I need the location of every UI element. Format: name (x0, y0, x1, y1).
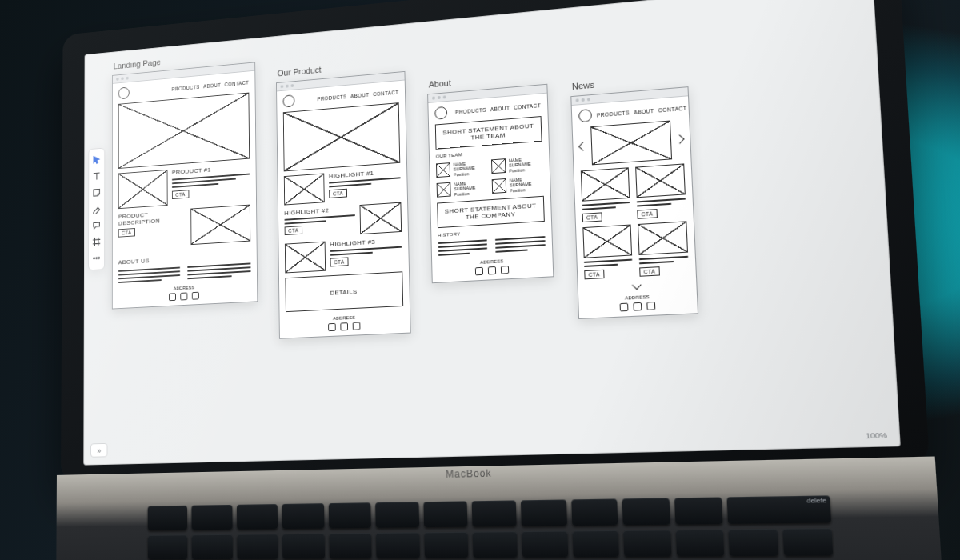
artboard-about[interactable]: About PRODUCTS ABOUT CONTACT (427, 70, 554, 283)
member-role: Position (510, 187, 526, 193)
hero-carousel (579, 119, 684, 166)
artboard-landing-page[interactable]: Landing Page PRODUCTS ABOUT CONTACT (112, 49, 258, 310)
cta-button: CTA (639, 266, 660, 277)
avatar-placeholder (492, 178, 507, 194)
details-heading: DETAILS (330, 288, 357, 297)
team-member: NAME SURNAMEPosition (437, 180, 488, 198)
body-copy-lines (187, 262, 250, 279)
details-panel: DETAILS (285, 271, 403, 312)
avatar-placeholder (437, 182, 451, 198)
social-icon (633, 302, 642, 311)
body-copy-lines (584, 259, 633, 267)
news-thumb (635, 163, 686, 198)
social-icon (620, 303, 629, 312)
product-thumb-placeholder (118, 170, 168, 209)
nav-products: PRODUCTS (597, 110, 630, 118)
panel-toggle-button[interactable]: » (90, 443, 107, 458)
artboard-our-product[interactable]: Our Product PRODUCTS ABOUT CONTACT (276, 58, 411, 339)
body-copy-lines (582, 202, 630, 210)
carousel-image-placeholder (590, 121, 672, 166)
news-thumb (638, 221, 688, 255)
nav-about: ABOUT (203, 82, 221, 88)
highlight-thumb (284, 173, 325, 205)
body-copy-lines (495, 236, 546, 253)
nav-about: ABOUT (634, 107, 654, 114)
comment-tool[interactable] (92, 220, 102, 231)
cta-button: CTA (118, 228, 135, 238)
sticky-note-tool[interactable] (92, 187, 102, 198)
zoom-level[interactable]: 100% (866, 431, 887, 441)
artboard-frame: PRODUCTS ABOUT CONTACT (570, 86, 698, 319)
company-statement: SHORT STATEMENT ABOUT THE COMPANY (441, 202, 540, 222)
product-description-heading: PRODUCT DESCRIPTION (118, 209, 186, 227)
team-statement: SHORT STATEMENT ABOUT THE TEAM (439, 122, 538, 143)
news-thumb (582, 225, 632, 258)
nav-about: ABOUT (350, 91, 369, 98)
logo-icon (283, 94, 295, 107)
social-icon (192, 292, 199, 300)
artboard-frame: PRODUCTS ABOUT CONTACT HIGHLIGH (276, 71, 411, 339)
nav-contact: CONTACT (225, 79, 250, 86)
member-name: NAME SURNAME (454, 162, 475, 172)
address-label: ADDRESS (480, 258, 503, 265)
cta-button: CTA (584, 270, 604, 280)
cta-button: CTA (285, 226, 302, 235)
nav-products: PRODUCTS (172, 84, 200, 92)
social-icon (180, 292, 187, 300)
member-role: Position (454, 171, 469, 177)
hero-image-placeholder (283, 102, 400, 171)
social-icon (488, 266, 496, 275)
social-icon (340, 322, 348, 330)
news-grid-row: CTA CTA (582, 221, 689, 279)
address-label: ADDRESS (333, 315, 355, 321)
social-icon (501, 266, 509, 274)
avatar-placeholder (436, 162, 450, 178)
chevron-left-icon (578, 142, 588, 150)
select-tool[interactable] (92, 154, 102, 166)
news-grid-row: CTA CTA (581, 163, 686, 222)
member-role: Position (509, 167, 525, 173)
about-us-heading: ABOUT US (118, 258, 150, 266)
body-copy-lines (330, 246, 402, 256)
artboard-frame: PRODUCTS ABOUT CONTACT PRODUCT (112, 62, 258, 309)
more-icon (92, 253, 102, 264)
nav-contact: CONTACT (658, 105, 687, 113)
social-icon (646, 302, 655, 310)
nav-contact: CONTACT (373, 89, 398, 96)
highlight-thumb (359, 202, 402, 235)
chevron-right-icon (675, 134, 685, 144)
logo-icon (434, 106, 447, 120)
team-grid: NAME SURNAMEPosition NAME SURNAMEPositio… (436, 156, 544, 198)
social-icon (353, 322, 361, 330)
canvas[interactable]: Landing Page PRODUCTS ABOUT CONTACT (112, 0, 871, 434)
sticky-note-icon (92, 187, 102, 198)
text-tool[interactable] (92, 171, 102, 182)
toolbar (88, 148, 105, 271)
nav-about: ABOUT (490, 105, 510, 112)
delete-key: delete (727, 495, 831, 524)
artboard-news[interactable]: News PRODUCTS ABOUT CONTACT (570, 72, 698, 319)
laptop-brand: MacBook (446, 467, 492, 480)
cta-button: CTA (330, 257, 349, 266)
company-statement-box: SHORT STATEMENT ABOUT THE COMPANY (437, 196, 545, 228)
pen-tool[interactable] (92, 203, 102, 214)
body-copy-lines (118, 267, 180, 283)
cta-button: CTA (329, 189, 347, 198)
member-name: NAME SURNAME (454, 181, 475, 191)
cta-button: CTA (637, 209, 657, 219)
address-label: ADDRESS (174, 285, 194, 290)
member-name: NAME SURNAME (509, 158, 531, 168)
highlight-thumb (285, 242, 326, 274)
body-copy-lines (639, 256, 689, 265)
avatar-placeholder (491, 158, 506, 174)
svg-point-0 (94, 258, 95, 259)
news-thumb (581, 167, 630, 201)
team-member: NAME SURNAMEPosition (491, 156, 543, 174)
frame-tool[interactable] (92, 236, 102, 247)
member-name: NAME SURNAME (510, 177, 532, 187)
svg-point-2 (98, 258, 100, 259)
social-icon (475, 267, 483, 276)
nav-contact: CONTACT (514, 102, 541, 110)
team-statement-box: SHORT STATEMENT ABOUT THE TEAM (435, 116, 542, 150)
more-tools[interactable] (92, 253, 102, 264)
